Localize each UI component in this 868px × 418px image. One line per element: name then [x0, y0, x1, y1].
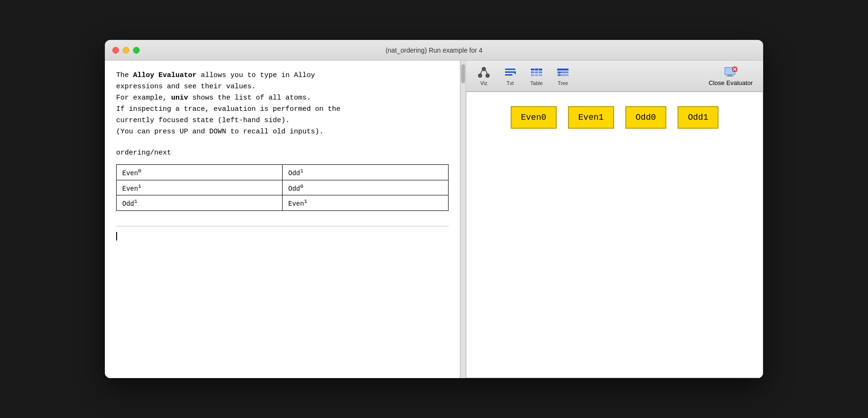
input-area — [116, 232, 449, 240]
table-cell: Odd1 — [283, 165, 449, 180]
svg-rect-22 — [726, 76, 733, 77]
svg-rect-7 — [505, 74, 513, 76]
close-evaluator-label: Close Evaluator — [709, 79, 753, 86]
table-label: Table — [530, 80, 543, 86]
svg-line-3 — [481, 70, 482, 74]
main-content: The Alloy Evaluator allows you to type i… — [105, 61, 763, 378]
svg-rect-9 — [531, 69, 542, 70]
toolbar: Viz Txt — [466, 61, 763, 92]
atom-odd1: Odd1 — [678, 106, 718, 129]
text-cursor — [116, 232, 117, 240]
svg-point-0 — [482, 67, 486, 71]
svg-point-2 — [486, 74, 489, 77]
left-panel: The Alloy Evaluator allows you to type i… — [105, 61, 460, 378]
table-row: Even0 Odd1 — [117, 165, 449, 180]
table-cell: Even1 — [117, 180, 283, 195]
table-icon — [530, 66, 543, 79]
atom-even1: Even1 — [568, 106, 614, 129]
main-window: (nat_ordering) Run example for 4 The All… — [105, 40, 763, 378]
svg-rect-10 — [531, 71, 542, 73]
minimize-button[interactable] — [123, 47, 129, 54]
svg-rect-21 — [728, 75, 732, 76]
result-table: Even0 Odd1 Even1 Odd0 Odd1 Even1 — [116, 164, 449, 211]
close-evaluator-button[interactable]: Close Evaluator — [704, 63, 758, 88]
divider — [116, 226, 449, 226]
viz-icon — [477, 66, 490, 79]
tree-label: Tree — [558, 80, 568, 86]
fullscreen-button[interactable] — [133, 47, 140, 54]
txt-button[interactable]: Txt — [498, 64, 522, 88]
close-evaluator-icon — [724, 65, 737, 78]
table-cell: Even1 — [283, 195, 449, 211]
panel-scrollbar[interactable] — [460, 61, 466, 378]
table-row: Even1 Odd0 — [117, 180, 449, 195]
scroll-thumb[interactable] — [461, 64, 465, 83]
table-row: Odd1 Even1 — [117, 195, 449, 211]
viz-area: Even0 Even1 Odd0 Odd1 — [466, 92, 763, 378]
title-bar: (nat_ordering) Run example for 4 — [105, 40, 763, 61]
table-cell: Even0 — [117, 165, 283, 180]
description: The Alloy Evaluator allows you to type i… — [116, 70, 449, 138]
table-cell: Odd1 — [117, 195, 283, 211]
txt-label: Txt — [506, 80, 513, 86]
query-label: ordering/next — [116, 149, 449, 157]
txt-icon — [504, 66, 517, 79]
table-cell: Odd0 — [283, 180, 449, 195]
table-button[interactable]: Table — [524, 64, 549, 88]
svg-rect-6 — [505, 71, 515, 73]
svg-point-1 — [478, 74, 482, 77]
viz-button[interactable]: Viz — [472, 64, 496, 88]
close-button[interactable] — [112, 47, 119, 54]
tree-icon — [556, 66, 569, 79]
traffic-lights — [112, 47, 140, 54]
svg-rect-5 — [505, 69, 515, 70]
atom-even0: Even0 — [511, 106, 557, 129]
svg-rect-14 — [557, 69, 568, 70]
viz-label: Viz — [480, 80, 487, 86]
window-title: (nat_ordering) Run example for 4 — [386, 46, 482, 54]
right-panel: Viz Txt — [466, 61, 763, 378]
tree-button[interactable]: Tree — [551, 64, 575, 88]
atom-odd0: Odd0 — [625, 106, 666, 129]
svg-line-4 — [486, 70, 487, 74]
svg-rect-11 — [531, 74, 542, 76]
